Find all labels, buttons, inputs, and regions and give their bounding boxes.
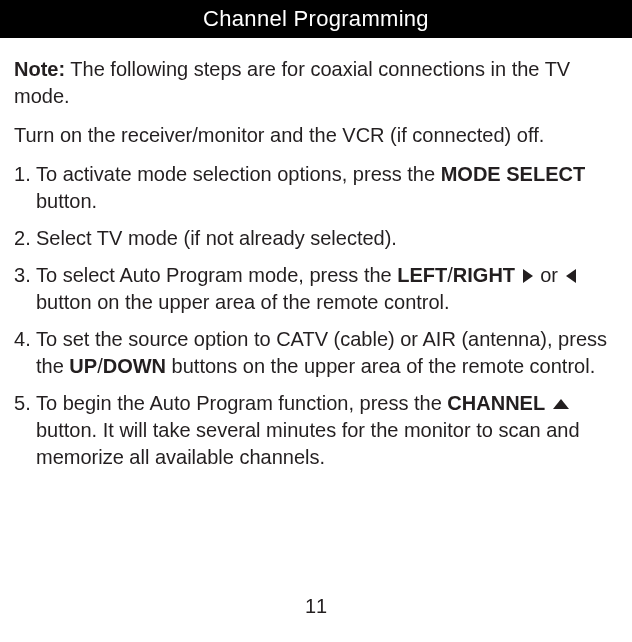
triangle-right-icon bbox=[523, 269, 533, 283]
step-4-up: UP bbox=[69, 355, 97, 377]
step-3-or: or bbox=[540, 264, 563, 286]
triangle-up-icon bbox=[553, 399, 569, 409]
step-3-text-a: To select Auto Program mode, press the bbox=[36, 264, 397, 286]
step-3-spacer bbox=[515, 264, 521, 286]
step-1-bold: MODE SELECT bbox=[441, 163, 585, 185]
step-3-right: RIGHT bbox=[453, 264, 515, 286]
step-3-text-e: button on the upper area of the remote c… bbox=[36, 291, 450, 313]
note-label: Note: bbox=[14, 58, 65, 80]
body-content: Note: The following steps are for coaxia… bbox=[0, 38, 632, 471]
section-header: Channel Programming bbox=[0, 0, 632, 38]
steps-list: To activate mode selection options, pres… bbox=[14, 161, 618, 471]
step-3-left: LEFT bbox=[397, 264, 447, 286]
step-3: To select Auto Program mode, press the L… bbox=[14, 262, 618, 316]
step-5-channel: CHANNEL bbox=[447, 392, 545, 414]
intro-paragraph-2: Turn on the receiver/monitor and the VCR… bbox=[14, 122, 618, 149]
step-1-text-c: button. bbox=[36, 190, 97, 212]
step-4-text-d: buttons on the upper area of the remote … bbox=[166, 355, 595, 377]
step-1: To activate mode selection options, pres… bbox=[14, 161, 618, 215]
step-2: Select TV mode (if not already selected)… bbox=[14, 225, 618, 252]
page-number: 11 bbox=[0, 595, 632, 618]
step-4: To set the source option to CATV (cable)… bbox=[14, 326, 618, 380]
triangle-left-icon bbox=[566, 269, 576, 283]
note-text: The following steps are for coaxial conn… bbox=[14, 58, 570, 107]
step-4-down: DOWN bbox=[103, 355, 166, 377]
section-title: Channel Programming bbox=[203, 0, 429, 38]
step-5-text-a: To begin the Auto Program function, pres… bbox=[36, 392, 447, 414]
step-5-spacer bbox=[545, 392, 551, 414]
step-2-text: Select TV mode (if not already selected)… bbox=[36, 227, 397, 249]
step-5-text-d: button. It will take several minutes for… bbox=[36, 419, 580, 468]
step-1-text-a: To activate mode selection options, pres… bbox=[36, 163, 441, 185]
note-paragraph: Note: The following steps are for coaxia… bbox=[14, 56, 618, 110]
step-5: To begin the Auto Program function, pres… bbox=[14, 390, 618, 471]
